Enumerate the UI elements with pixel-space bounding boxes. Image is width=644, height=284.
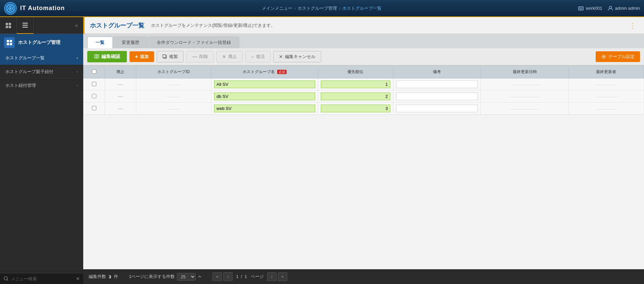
workspace-info: work001 [578,6,602,11]
row3-user-line: —————— [595,107,617,111]
sidebar-item-host-association[interactable]: ホスト紐付管理 › [0,79,83,93]
svg-rect-13 [22,23,28,23]
row3-checkbox[interactable] [92,106,96,110]
disable-btn[interactable]: ✕ 廃止 [216,51,243,62]
row1-remarks-input[interactable] [396,80,478,88]
sidebar: « ホストグループ管理 ホストグループ一覧 › ホストグループ親子紐付 › ホス… [0,17,83,284]
toolbar: 編集確認 + 追加 複製 — 削除 ✕ [83,48,644,65]
workspace-icon [578,6,584,11]
row1-checkbox-cell [84,78,105,91]
sidebar-collapse-btn[interactable]: « [70,17,83,34]
table-row: — ———— [84,103,644,115]
row3-remarks-input[interactable] [396,105,478,112]
page-size-select[interactable]: 25 50 100 [177,273,196,281]
breadcrumb-sep1: › [294,6,296,11]
col-date: 最終更新日時 [481,66,569,78]
col-checkbox [84,66,105,78]
page-size-label: 1ページに表示する件数 [129,274,175,280]
svg-rect-7 [580,10,582,10]
row1-checkbox[interactable] [92,82,96,86]
sidebar-search: ✕ [0,273,83,284]
edit-count-unit: 件 [114,274,118,280]
breadcrumb-host-group-mgmt[interactable]: ホストグループ管理 [298,5,337,11]
page-info: 1 / 1 ページ [236,274,263,280]
user-label[interactable]: admin admin [615,6,640,11]
sidebar-grid-icon-btn[interactable] [0,17,17,34]
row2-remarks-input[interactable] [396,93,478,100]
copy-btn[interactable]: 複製 [157,51,184,62]
module-icon [6,39,13,46]
row3-name-input[interactable] [214,105,315,112]
prev-page-btn[interactable]: ‹ [223,272,233,281]
select-all-checkbox[interactable] [92,69,96,74]
sidebar-item-label-host-association: ホスト紐付管理 [5,82,36,89]
page-header-actions: ⋮ [627,21,639,30]
table-row: — ———— [84,91,644,103]
row3-id-cell: ———— [136,103,211,115]
sidebar-item-hostgroup-parent[interactable]: ホストグループ親子紐付 › [0,65,83,79]
row1-id-cell: ———— [136,78,211,91]
circle-icon: ○ [251,54,254,59]
row3-disabled-cell: — [105,103,136,115]
footer-nav-buttons: « ‹ 1 / 1 ページ › » [212,272,287,281]
row3-priority-input[interactable] [321,105,390,112]
cancel-edit-label: 編集キャンセル [285,54,315,60]
add-btn[interactable]: + 追加 [130,51,154,62]
tabs: 一覧 変更履歴 全件ダウンロード・ファイル一括登録 [83,34,644,48]
row2-checkbox[interactable] [92,94,96,98]
menu-search-input[interactable] [11,276,74,281]
row2-user-cell: —————— [568,91,644,103]
breadcrumb: メインメニュー › ホストグループ管理 › ホストグループ一覧 [262,5,382,11]
copy-icon [162,54,167,59]
row1-name-input[interactable] [214,80,315,88]
sidebar-item-hostgroup-list[interactable]: ホストグループ一覧 › [0,51,83,65]
restore-btn[interactable]: ○ 復活 [245,51,270,62]
header-left: IT Automation [4,2,65,15]
tab-list[interactable]: 一覧 [87,37,113,48]
next-page-btn[interactable]: › [267,272,277,281]
restore-label: 復活 [256,54,265,60]
edit-count-label: 編集件数 [89,274,106,280]
col-id: ホストグループID [136,66,211,78]
row1-priority-input[interactable] [321,80,390,88]
row3-date-cell: ———————— [481,103,569,115]
row3-id-line: ———— [166,107,181,111]
search-clear-btn[interactable]: ✕ [76,276,80,281]
row3-priority-cell [318,103,393,115]
row1-date-line: ———————— [510,82,540,87]
more-options-btn[interactable]: ⋮ [627,20,639,31]
table-row: — ———— [84,78,644,91]
grid-icon [5,22,12,29]
row1-id-line: ———— [166,82,181,87]
svg-rect-6 [579,7,583,9]
page-unit: ページ [251,274,264,279]
last-page-btn[interactable]: » [278,272,287,281]
sidebar-list-icon-btn[interactable] [17,17,34,34]
first-page-btn[interactable]: « [212,272,222,281]
col-priority: 優先順位 [318,66,393,78]
row2-checkbox-cell [84,91,105,103]
row2-name-input[interactable] [214,93,315,100]
table-settings-btn[interactable]: テーブル設定 [596,51,640,62]
minus-icon: — [192,54,197,60]
row2-name-cell [211,91,318,103]
add-label: 追加 [140,54,149,60]
workspace-label[interactable]: work001 [586,6,602,11]
row2-id-line: ———— [166,95,181,99]
header-right: work001 admin admin [578,6,640,11]
breadcrumb-main-menu[interactable]: メインメニュー [262,5,292,11]
confirm-btn[interactable]: 編集確認 [87,51,127,62]
row2-priority-input[interactable] [321,93,390,100]
table-container: 廃止 ホストグループID ホストグループ名 必須 優 [83,65,644,115]
tab-history[interactable]: 変更履歴 [113,37,148,48]
cancel-edit-btn[interactable]: ✕ 編集キャンセル [273,51,321,62]
tab-download[interactable]: 全件ダウンロード・ファイル一括登録 [148,37,239,48]
footer: 編集件数 3 件 1ページに表示する件数 25 50 100 [83,269,644,284]
delete-btn[interactable]: — 削除 [186,51,214,62]
row3-checkbox-cell [84,103,105,115]
row1-user-cell: —————— [568,78,644,91]
x-icon: ✕ [222,54,226,59]
svg-rect-9 [6,23,8,25]
main-layout: « ホストグループ管理 ホストグループ一覧 › ホストグループ親子紐付 › ホス… [0,17,644,284]
svg-rect-18 [7,43,9,45]
